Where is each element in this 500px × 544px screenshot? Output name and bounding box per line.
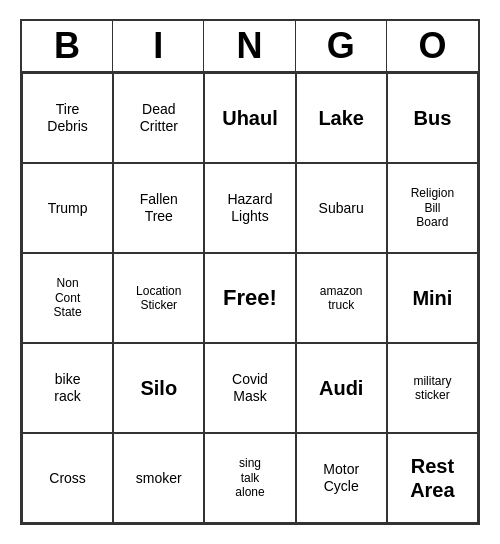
bingo-cell[interactable]: TireDebris [22, 73, 113, 163]
bingo-cell[interactable]: Free! [204, 253, 295, 343]
header-letter: N [204, 21, 295, 71]
bingo-cell[interactable]: FallenTree [113, 163, 204, 253]
bingo-cell[interactable]: singtalkalone [204, 433, 295, 523]
bingo-cell[interactable]: RestArea [387, 433, 478, 523]
bingo-cell[interactable]: Mini [387, 253, 478, 343]
bingo-cell[interactable]: Subaru [296, 163, 387, 253]
bingo-cell[interactable]: smoker [113, 433, 204, 523]
bingo-cell[interactable]: militarysticker [387, 343, 478, 433]
bingo-card: BINGO TireDebrisDeadCritterUhaulLakeBusT… [20, 19, 480, 525]
bingo-cell[interactable]: MotorCycle [296, 433, 387, 523]
bingo-cell[interactable]: Silo [113, 343, 204, 433]
bingo-cell[interactable]: ReligionBillBoard [387, 163, 478, 253]
bingo-cell[interactable]: Bus [387, 73, 478, 163]
bingo-cell[interactable]: bikerack [22, 343, 113, 433]
bingo-cell[interactable]: NonContState [22, 253, 113, 343]
bingo-header: BINGO [22, 21, 478, 73]
bingo-cell[interactable]: Uhaul [204, 73, 295, 163]
bingo-cell[interactable]: DeadCritter [113, 73, 204, 163]
bingo-cell[interactable]: amazontruck [296, 253, 387, 343]
header-letter: G [296, 21, 387, 71]
header-letter: O [387, 21, 478, 71]
bingo-grid: TireDebrisDeadCritterUhaulLakeBusTrumpFa… [22, 73, 478, 523]
header-letter: B [22, 21, 113, 71]
bingo-cell[interactable]: LocationSticker [113, 253, 204, 343]
header-letter: I [113, 21, 204, 71]
bingo-cell[interactable]: Cross [22, 433, 113, 523]
bingo-cell[interactable]: Trump [22, 163, 113, 253]
bingo-cell[interactable]: CovidMask [204, 343, 295, 433]
bingo-cell[interactable]: Lake [296, 73, 387, 163]
bingo-cell[interactable]: Audi [296, 343, 387, 433]
bingo-cell[interactable]: HazardLights [204, 163, 295, 253]
